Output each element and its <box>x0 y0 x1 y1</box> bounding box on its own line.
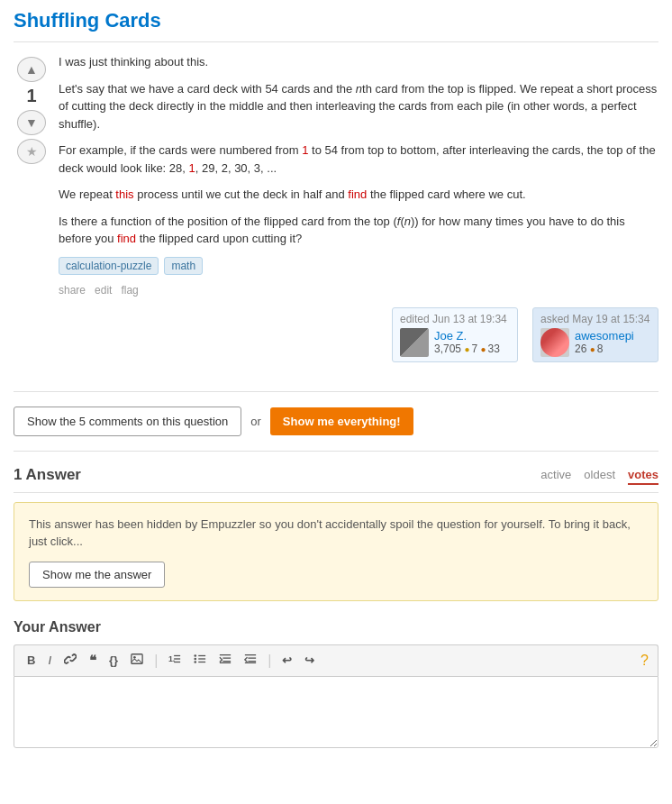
question-para-3: For example, if the cards were numbered … <box>59 142 658 177</box>
divider-2 <box>14 451 658 452</box>
or-text: or <box>250 415 261 428</box>
svg-point-1 <box>133 656 136 659</box>
link-button[interactable] <box>60 651 80 670</box>
edit-link[interactable]: edit <box>95 284 112 297</box>
tag-calculation-puzzle[interactable]: calculation-puzzle <box>59 257 159 275</box>
question-area: ▲ 1 ▼ ★ I was just thinking about this. … <box>14 53 658 377</box>
user-cards: edited Jun 13 at 19:34 Joe Z. 3,705 ●7 ●… <box>59 307 658 362</box>
show-comments-button[interactable]: Show the 5 comments on this question <box>14 407 241 436</box>
blockquote-button[interactable]: ❝ <box>86 651 100 671</box>
toolbar-sep-1: | <box>154 653 158 669</box>
show-answer-button[interactable]: Show me the answer <box>29 562 165 588</box>
vote-column: ▲ 1 ▼ ★ <box>14 53 50 377</box>
asker-info: awesomepi 26 ●8 <box>540 328 650 357</box>
editor-rep: 3,705 ●7 ●33 <box>434 343 500 356</box>
bold-button[interactable]: B <box>23 652 39 669</box>
your-answer-label: Your Answer <box>14 619 658 635</box>
question-body: I was just thinking about this. Let's sa… <box>59 53 658 377</box>
downvote-button[interactable]: ▼ <box>17 110 46 135</box>
asker-rep: 26 ●8 <box>575 343 634 356</box>
favorite-button[interactable]: ★ <box>17 139 46 164</box>
toolbar-sep-2: | <box>268 653 271 669</box>
help-icon[interactable]: ? <box>640 653 649 669</box>
question-para-4: We repeat this process until we cut the … <box>59 186 658 204</box>
undo-button[interactable]: ↩ <box>278 652 295 669</box>
sort-tabs: active oldest votes <box>540 466 658 485</box>
comments-section: Show the 5 comments on this question or … <box>14 407 658 436</box>
your-answer-section: Your Answer B I ❝ {} | 1. | ↩ ↪ ? <box>14 619 658 751</box>
image-button[interactable] <box>127 651 147 670</box>
tag-math[interactable]: math <box>164 257 203 275</box>
question-para-2: Let's say that we have a card deck with … <box>59 80 658 133</box>
svg-point-8 <box>195 661 197 663</box>
vote-count: 1 <box>26 86 36 106</box>
tags-row: calculation-puzzle math <box>59 257 658 275</box>
italic-button[interactable]: I <box>44 652 55 669</box>
question-para-1: I was just thinking about this. <box>59 53 658 71</box>
upvote-button[interactable]: ▲ <box>17 57 46 82</box>
divider-1 <box>14 391 658 392</box>
indent-button[interactable] <box>215 651 235 670</box>
answers-header: 1 Answer active oldest votes <box>14 466 658 493</box>
hidden-answer-box: This answer has been hidden by Empuzzler… <box>14 502 658 601</box>
edited-label: edited Jun 13 at 19:34 <box>400 313 510 325</box>
unordered-list-button[interactable] <box>190 651 210 670</box>
action-row: share edit flag <box>59 284 658 297</box>
editor-toolbar: B I ❝ {} | 1. | ↩ ↪ ? <box>14 644 658 676</box>
asker-card: asked May 19 at 15:34 awesomepi 26 ●8 <box>532 307 658 362</box>
asker-avatar <box>540 328 569 357</box>
show-everything-button[interactable]: Show me everything! <box>270 407 413 435</box>
code-button[interactable]: {} <box>105 652 122 669</box>
share-link[interactable]: share <box>59 284 86 297</box>
redo-button[interactable]: ↪ <box>301 652 318 669</box>
editor-name[interactable]: Joe Z. <box>434 329 500 343</box>
ordered-list-button[interactable]: 1. <box>165 651 185 670</box>
question-para-5: Is there a function of the position of t… <box>59 213 658 248</box>
answers-count: 1 Answer <box>14 466 81 484</box>
sort-tab-oldest[interactable]: oldest <box>584 466 615 485</box>
outdent-button[interactable] <box>241 651 260 670</box>
asked-label: asked May 19 at 15:34 <box>540 313 650 325</box>
flag-link[interactable]: flag <box>121 284 138 297</box>
asker-name[interactable]: awesomepi <box>575 329 634 343</box>
sort-tab-active[interactable]: active <box>540 466 571 485</box>
sort-tab-votes[interactable]: votes <box>628 466 658 485</box>
svg-point-7 <box>195 658 197 661</box>
editor-avatar <box>400 328 429 357</box>
hidden-answer-text: This answer has been hidden by Empuzzler… <box>29 516 643 551</box>
answer-editor[interactable] <box>14 676 658 748</box>
page-title: Shuffling Cards <box>14 9 658 42</box>
editor-info: Joe Z. 3,705 ●7 ●33 <box>400 328 510 357</box>
svg-point-6 <box>195 654 197 657</box>
editor-card: edited Jun 13 at 19:34 Joe Z. 3,705 ●7 ●… <box>392 307 518 362</box>
